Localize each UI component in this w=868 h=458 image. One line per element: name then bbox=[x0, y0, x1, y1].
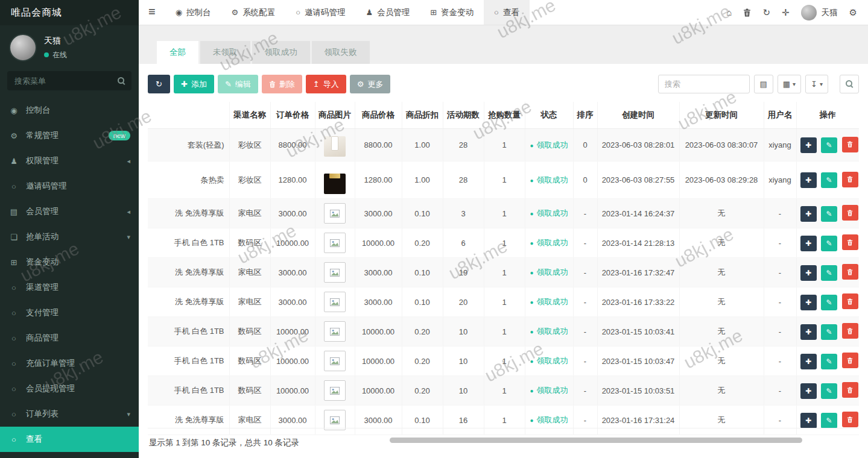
refresh-icon[interactable]: ↻ bbox=[762, 7, 770, 18]
row-delete-button[interactable] bbox=[842, 293, 858, 309]
purchase-qty: 1 bbox=[484, 129, 525, 162]
row-edit-button[interactable]: ✎ bbox=[821, 295, 837, 310]
row-delete-button[interactable] bbox=[842, 172, 858, 187]
row-edit-button[interactable]: ✎ bbox=[821, 137, 837, 153]
topnav-tab[interactable]: ○ 查看 bbox=[484, 0, 530, 25]
fullscreen-icon[interactable]: ✛ bbox=[782, 7, 790, 18]
row-edit-button[interactable]: ✎ bbox=[821, 324, 837, 340]
row-edit-button[interactable]: ✎ bbox=[821, 236, 837, 251]
column-header[interactable]: 订单价格 bbox=[270, 102, 315, 129]
sidebar-menu-item[interactable]: ⚙ 常规管理 new bbox=[0, 123, 139, 148]
tab-all[interactable]: 全部 bbox=[157, 41, 198, 64]
column-header[interactable] bbox=[148, 102, 229, 129]
column-header[interactable]: 创建时间 bbox=[597, 102, 679, 129]
topnav-tab[interactable]: ⊞ 资金变动 bbox=[420, 0, 484, 25]
tab-claim-success[interactable]: 领取成功 bbox=[252, 41, 310, 64]
row-delete-button[interactable] bbox=[842, 234, 858, 250]
row-add-button[interactable]: ✚ bbox=[800, 354, 817, 369]
column-header[interactable]: 活动期数 bbox=[443, 102, 484, 129]
row-add-button[interactable]: ✚ bbox=[800, 172, 817, 188]
column-header[interactable]: 商品图片 bbox=[315, 102, 355, 129]
sidebar-menu-item[interactable]: ○ 查看 bbox=[0, 427, 139, 452]
sidebar-menu-item[interactable]: ♟ 权限管理 ◂ bbox=[0, 148, 139, 174]
search-toggle-button[interactable] bbox=[840, 75, 859, 93]
row-delete-button[interactable] bbox=[842, 137, 858, 152]
row-edit-button[interactable]: ✎ bbox=[821, 172, 837, 188]
row-delete-button[interactable] bbox=[842, 205, 858, 221]
row-edit-button[interactable]: ✎ bbox=[821, 354, 837, 369]
order-price: 10000.00 bbox=[270, 228, 315, 258]
row-edit-button[interactable]: ✎ bbox=[821, 206, 837, 222]
columns-button[interactable]: ▦ ▾ bbox=[778, 75, 801, 93]
row-add-button[interactable]: ✚ bbox=[800, 295, 817, 310]
sidebar-menu-item[interactable]: ▤ 会员管理 ◂ bbox=[0, 199, 139, 224]
table-row: 洗 免洗尊享版 家电区 3000.00 3000.00 0.10 19 1 ●领… bbox=[148, 258, 859, 287]
menu-toggle-icon[interactable]: ≡ bbox=[139, 0, 165, 25]
topnav-tab[interactable]: ◉ 控制台 bbox=[165, 0, 221, 25]
row-add-button[interactable]: ✚ bbox=[800, 324, 817, 340]
column-header[interactable]: 渠道名称 bbox=[229, 102, 270, 129]
tab-unclaimed[interactable]: 未领取 bbox=[200, 41, 250, 64]
tab-claim-fail[interactable]: 领取失败 bbox=[312, 41, 370, 64]
row-delete-button[interactable] bbox=[842, 264, 858, 280]
topnav-tab-label: 系统配置 bbox=[242, 7, 275, 18]
updated-time: 无 bbox=[679, 258, 764, 287]
updated-time: 无 bbox=[679, 347, 764, 376]
topnav-tab[interactable]: ♟ 会员管理 bbox=[356, 0, 420, 25]
column-header[interactable]: 用户名 bbox=[764, 102, 796, 129]
row-add-button[interactable]: ✚ bbox=[800, 265, 817, 281]
brand-title: 唯品会商城 bbox=[0, 0, 139, 25]
sidebar-menu-item[interactable]: ○ 渠道管理 bbox=[0, 275, 139, 300]
add-button[interactable]: ✚ 添加 bbox=[174, 75, 214, 93]
row-delete-button[interactable] bbox=[842, 353, 858, 368]
sort-value: 0 bbox=[573, 162, 597, 199]
table-search-input[interactable] bbox=[658, 75, 750, 93]
row-delete-button[interactable] bbox=[842, 382, 858, 398]
settings-icon[interactable]: ⚙ bbox=[849, 7, 857, 18]
column-header[interactable]: 商品价格 bbox=[355, 102, 402, 129]
product-name: 套装(轻盈) bbox=[188, 140, 224, 151]
more-button[interactable]: ⚙ 更多 bbox=[350, 75, 391, 93]
menu-search-input[interactable] bbox=[7, 71, 131, 90]
import-label: 导入 bbox=[323, 79, 339, 90]
row-add-button[interactable]: ✚ bbox=[800, 137, 817, 153]
column-header[interactable]: 抢购数量 bbox=[484, 102, 525, 129]
row-delete-button[interactable] bbox=[842, 412, 858, 427]
detail-view-button[interactable]: ▤ bbox=[754, 75, 773, 93]
user-menu[interactable]: 天猫 bbox=[801, 5, 838, 20]
trash-icon[interactable] bbox=[743, 8, 751, 17]
column-header[interactable]: 商品折扣 bbox=[402, 102, 443, 129]
sidebar-menu-item[interactable]: ○ 商品管理 bbox=[0, 325, 139, 351]
home-icon[interactable]: ⌂ bbox=[726, 7, 732, 17]
plus-icon: ✚ bbox=[805, 357, 811, 366]
sidebar-menu-item[interactable]: ❏ 抢单活动 ▾ bbox=[0, 224, 139, 249]
row-add-button[interactable]: ✚ bbox=[800, 206, 817, 222]
row-delete-button[interactable] bbox=[842, 323, 858, 339]
row-edit-button[interactable]: ✎ bbox=[821, 413, 837, 428]
column-header[interactable]: 更新时间 bbox=[679, 102, 764, 129]
sidebar-menu-item[interactable]: ○ 订单列表 ▾ bbox=[0, 401, 139, 427]
sidebar-menu-item[interactable]: ⊞ 资金变动 bbox=[0, 249, 139, 275]
topnav-tab[interactable]: ○ 邀请码管理 bbox=[285, 0, 355, 25]
sidebar-menu-item[interactable]: ○ 邀请码管理 bbox=[0, 174, 139, 199]
row-add-button[interactable]: ✚ bbox=[800, 413, 817, 428]
row-edit-button[interactable]: ✎ bbox=[821, 383, 837, 399]
edit-button[interactable]: ✎ 编辑 bbox=[218, 75, 258, 93]
row-edit-button[interactable]: ✎ bbox=[821, 265, 837, 281]
export-button[interactable]: ↧ ▾ bbox=[805, 75, 828, 93]
import-button[interactable]: ↥ 导入 bbox=[306, 75, 346, 93]
scrollbar-thumb[interactable] bbox=[390, 438, 802, 443]
sort-value: - bbox=[573, 317, 597, 347]
sidebar-menu-item[interactable]: ○ 充值订单管理 bbox=[0, 351, 139, 376]
row-add-button[interactable]: ✚ bbox=[800, 236, 817, 251]
column-header[interactable]: 状态 bbox=[525, 102, 573, 129]
column-header[interactable]: 操作 bbox=[796, 102, 859, 129]
column-header[interactable]: 排序 bbox=[573, 102, 597, 129]
delete-button[interactable]: 删除 bbox=[262, 75, 302, 93]
refresh-button[interactable]: ↻ bbox=[148, 75, 170, 93]
topnav-tab[interactable]: ⚙ 系统配置 bbox=[221, 0, 286, 25]
sidebar-menu-item[interactable]: ◉ 控制台 bbox=[0, 98, 139, 123]
row-add-button[interactable]: ✚ bbox=[800, 383, 817, 399]
sidebar-menu-item[interactable]: ○ 会员提现管理 bbox=[0, 376, 139, 401]
sidebar-menu-item[interactable]: ○ 支付管理 bbox=[0, 300, 139, 325]
